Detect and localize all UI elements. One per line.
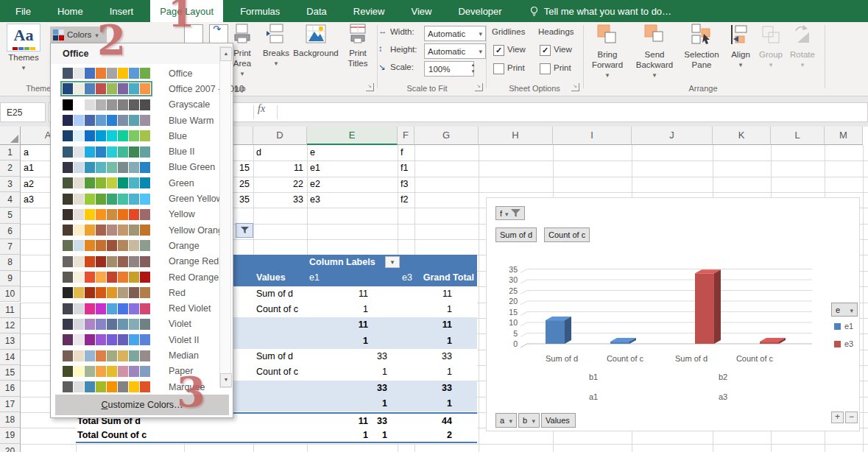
pivot-column-labels-dropdown[interactable]	[385, 256, 400, 268]
theme-palette-red-orange[interactable]: Red Orange	[51, 269, 219, 285]
theme-palette-yellow-orange[interactable]: Yellow Orange	[51, 222, 219, 238]
column-header-h[interactable]: H	[479, 127, 553, 145]
row-header-12[interactable]: 12	[0, 318, 21, 333]
scale-spinner[interactable]: ▴▾	[468, 61, 478, 75]
row-header-19[interactable]: 19	[0, 428, 21, 443]
theme-palette-green-yellow[interactable]: Green Yellow	[51, 191, 219, 206]
theme-palette-blue-warm[interactable]: Blue Warm	[51, 113, 219, 128]
cell-F2[interactable]: f1	[401, 160, 411, 176]
bring-forward-button[interactable]: Bring Forward	[586, 24, 629, 79]
column-header-e[interactable]: E	[307, 127, 398, 145]
cell-E3[interactable]: e2	[310, 177, 394, 192]
column-header-i[interactable]: I	[553, 127, 632, 145]
page-setup-dialog-launcher[interactable]: ↘	[366, 83, 374, 91]
theme-palette-blue-ii[interactable]: Blue II	[51, 144, 219, 160]
sheet-options-dialog-launcher[interactable]: ↘	[571, 83, 579, 91]
column-header-j[interactable]: J	[632, 127, 713, 145]
row-header-18[interactable]: 18	[0, 412, 21, 428]
row-header-17[interactable]: 17	[0, 397, 21, 412]
colors-menu-scrollbar[interactable]: ▲ ▼	[219, 46, 231, 388]
column-header-g[interactable]: G	[414, 127, 479, 145]
chart-value-button-sum-of-d[interactable]: Sum of d	[495, 227, 537, 242]
pivot-row[interactable]: Total Count of c112	[76, 428, 477, 443]
scale-input[interactable]: 100%	[424, 61, 474, 77]
theme-palette-grayscale[interactable]: Grayscale	[51, 97, 219, 113]
chart-zoom-in-button[interactable]: +	[831, 412, 844, 423]
theme-palette-red[interactable]: Red	[51, 285, 219, 300]
cell-F3[interactable]: f3	[401, 177, 411, 192]
theme-palette-yellow[interactable]: Yellow	[51, 207, 219, 222]
gridlines-view-checkbox[interactable]: ✓	[493, 45, 504, 56]
send-backward-button[interactable]: Send Backward	[630, 24, 679, 79]
tab-data[interactable]: Data	[297, 0, 336, 22]
row-header-8[interactable]: 8	[0, 255, 21, 270]
row-header-16[interactable]: 16	[0, 381, 21, 396]
row-header-11[interactable]: 11	[0, 303, 21, 318]
chart-axis-button-b[interactable]: b	[518, 413, 540, 428]
cell-F1[interactable]: f	[401, 145, 411, 160]
tab-review[interactable]: Review	[344, 0, 395, 22]
breaks-button[interactable]: Breaks	[259, 24, 293, 67]
column-header-d[interactable]: D	[253, 127, 307, 145]
column-header-m[interactable]: M	[825, 127, 863, 145]
cell-E1[interactable]: e	[310, 145, 394, 160]
row-header-2[interactable]: 2	[0, 160, 21, 176]
height-select[interactable]: Automatic	[424, 43, 486, 59]
width-select[interactable]: Automatic	[424, 26, 486, 41]
column-header-l[interactable]: L	[771, 127, 825, 145]
theme-palette-blue-green[interactable]: Blue Green	[51, 160, 219, 175]
tell-me-box[interactable]: Tell me what you want to do…	[529, 0, 671, 22]
tab-formulas[interactable]: Formulas	[230, 0, 289, 22]
selection-pane-button[interactable]: Selection Pane	[680, 24, 723, 70]
row-header-1[interactable]: 1	[0, 145, 21, 160]
column-header-f[interactable]: F	[398, 127, 414, 145]
row-header-20[interactable]: 20	[0, 444, 21, 452]
row-header-6[interactable]: 6	[0, 224, 21, 239]
row-header-3[interactable]: 3	[0, 177, 21, 192]
chart-value-button-count-of-c[interactable]: Count of c	[544, 227, 590, 242]
cell-D1[interactable]: d	[256, 145, 303, 160]
cell-F4[interactable]: f2	[401, 192, 411, 208]
pivot-chart[interactable]: 05101520253035Sum of dCount of cSum of d…	[486, 197, 860, 431]
row-header-10[interactable]: 10	[0, 286, 21, 302]
chart-axis-button-values[interactable]: Values	[541, 413, 576, 428]
theme-palette-office-2007-2010[interactable]: Office 2007 - 2010	[51, 81, 219, 96]
headings-view-checkbox[interactable]: ✓	[540, 45, 551, 56]
themes-button[interactable]: Aa Themes	[3, 24, 44, 71]
row-header-13[interactable]: 13	[0, 333, 21, 349]
tab-home[interactable]: Home	[48, 0, 93, 22]
scale-to-fit-dialog-launcher[interactable]: ↘	[475, 83, 483, 91]
theme-palette-office[interactable]: Office	[51, 66, 219, 81]
cell-E2[interactable]: e1	[310, 160, 394, 176]
chart-filter-field-button[interactable]: f	[495, 206, 525, 220]
gridlines-print-checkbox[interactable]	[493, 63, 504, 74]
background-button[interactable]: Background	[292, 24, 340, 58]
row-header-14[interactable]: 14	[0, 350, 21, 365]
select-all-corner[interactable]	[0, 127, 21, 145]
theme-palette-orange[interactable]: Orange	[51, 238, 219, 253]
cell-D2[interactable]: 11	[256, 160, 303, 176]
theme-palette-violet[interactable]: Violet	[51, 317, 219, 332]
chart-zoom-out-button[interactable]: −	[845, 412, 858, 423]
cell-D3[interactable]: 22	[256, 177, 303, 192]
legend-item-e1[interactable]: e1	[834, 322, 853, 331]
scroll-up-icon[interactable]: ▲	[220, 47, 232, 61]
chart-axis-button-a[interactable]: a	[495, 413, 517, 428]
cell-E4[interactable]: e3	[310, 192, 394, 208]
row-header-15[interactable]: 15	[0, 365, 21, 381]
legend-item-e3[interactable]: e3	[834, 339, 853, 348]
pivot-filter-funnel-button[interactable]	[236, 223, 253, 238]
theme-palette-red-violet[interactable]: Red Violet	[51, 301, 219, 317]
theme-palette-median[interactable]: Median	[51, 347, 219, 363]
row-header-4[interactable]: 4	[0, 192, 21, 208]
row-header-9[interactable]: 9	[0, 271, 21, 286]
theme-palette-violet-ii[interactable]: Violet II	[51, 332, 219, 347]
tab-file[interactable]: File	[6, 0, 40, 22]
fx-icon[interactable]: fx	[258, 103, 265, 115]
row-header-5[interactable]: 5	[0, 208, 21, 223]
align-button[interactable]: Align	[726, 24, 755, 68]
headings-print-checkbox[interactable]	[540, 63, 551, 74]
row-header-7[interactable]: 7	[0, 239, 21, 255]
theme-palette-blue[interactable]: Blue	[51, 128, 219, 144]
column-header-k[interactable]: K	[713, 127, 771, 145]
